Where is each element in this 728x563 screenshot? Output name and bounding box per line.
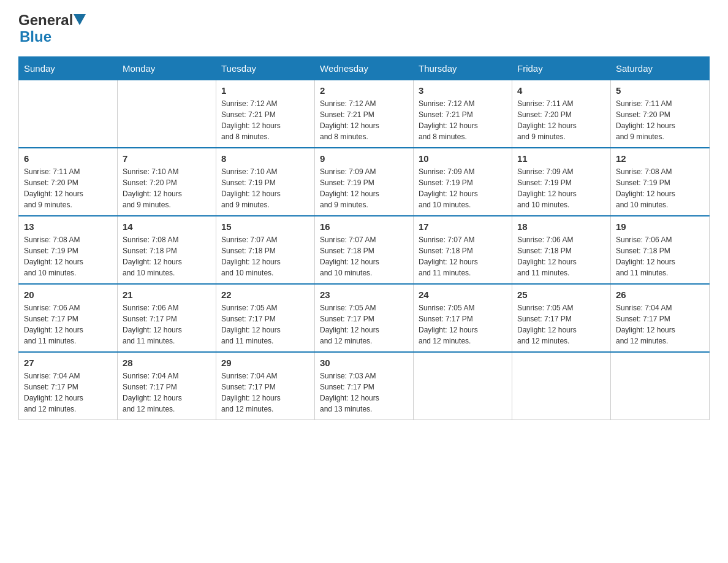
day-info: Sunrise: 7:05 AM Sunset: 7:17 PM Dayligh… bbox=[419, 302, 507, 347]
logo-general: General bbox=[18, 12, 73, 28]
day-cell: 11Sunrise: 7:09 AM Sunset: 7:19 PM Dayli… bbox=[512, 148, 611, 216]
day-info: Sunrise: 7:05 AM Sunset: 7:17 PM Dayligh… bbox=[517, 302, 605, 347]
day-info: Sunrise: 7:11 AM Sunset: 7:20 PM Dayligh… bbox=[517, 98, 605, 142]
logo-blue: Blue bbox=[20, 28, 51, 45]
day-number: 11 bbox=[517, 153, 605, 164]
day-cell: 4Sunrise: 7:11 AM Sunset: 7:20 PM Daylig… bbox=[512, 80, 611, 148]
col-header-sunday: Sunday bbox=[19, 57, 118, 80]
day-info: Sunrise: 7:06 AM Sunset: 7:18 PM Dayligh… bbox=[517, 234, 605, 278]
day-number: 24 bbox=[419, 289, 507, 300]
page-header: General Blue bbox=[18, 12, 710, 45]
day-info: Sunrise: 7:11 AM Sunset: 7:20 PM Dayligh… bbox=[24, 166, 112, 210]
logo-triangle-icon bbox=[74, 14, 86, 26]
day-number: 21 bbox=[123, 289, 211, 300]
day-cell: 17Sunrise: 7:07 AM Sunset: 7:18 PM Dayli… bbox=[414, 216, 512, 284]
day-cell: 15Sunrise: 7:07 AM Sunset: 7:18 PM Dayli… bbox=[216, 216, 315, 284]
day-cell: 2Sunrise: 7:12 AM Sunset: 7:21 PM Daylig… bbox=[315, 80, 414, 148]
day-cell: 21Sunrise: 7:06 AM Sunset: 7:17 PM Dayli… bbox=[118, 284, 216, 352]
day-info: Sunrise: 7:04 AM Sunset: 7:17 PM Dayligh… bbox=[616, 302, 704, 347]
day-cell: 19Sunrise: 7:06 AM Sunset: 7:18 PM Dayli… bbox=[611, 216, 710, 284]
day-number: 19 bbox=[616, 221, 704, 232]
day-number: 25 bbox=[517, 289, 605, 300]
day-cell: 5Sunrise: 7:11 AM Sunset: 7:20 PM Daylig… bbox=[611, 80, 710, 148]
week-row-5: 27Sunrise: 7:04 AM Sunset: 7:17 PM Dayli… bbox=[19, 352, 710, 420]
header-row: SundayMondayTuesdayWednesdayThursdayFrid… bbox=[19, 57, 710, 80]
day-info: Sunrise: 7:11 AM Sunset: 7:20 PM Dayligh… bbox=[616, 98, 704, 142]
day-info: Sunrise: 7:07 AM Sunset: 7:18 PM Dayligh… bbox=[320, 234, 408, 278]
week-row-2: 6Sunrise: 7:11 AM Sunset: 7:20 PM Daylig… bbox=[19, 148, 710, 216]
day-cell: 27Sunrise: 7:04 AM Sunset: 7:17 PM Dayli… bbox=[19, 352, 118, 420]
day-number: 30 bbox=[320, 358, 408, 368]
col-header-monday: Monday bbox=[118, 57, 216, 80]
day-info: Sunrise: 7:09 AM Sunset: 7:19 PM Dayligh… bbox=[320, 166, 408, 210]
day-cell: 26Sunrise: 7:04 AM Sunset: 7:17 PM Dayli… bbox=[611, 284, 710, 352]
week-row-3: 13Sunrise: 7:08 AM Sunset: 7:19 PM Dayli… bbox=[19, 216, 710, 284]
day-cell: 30Sunrise: 7:03 AM Sunset: 7:17 PM Dayli… bbox=[315, 352, 414, 420]
day-cell: 16Sunrise: 7:07 AM Sunset: 7:18 PM Dayli… bbox=[315, 216, 414, 284]
day-number: 5 bbox=[616, 85, 704, 96]
day-number: 16 bbox=[320, 221, 408, 232]
day-cell bbox=[118, 80, 216, 148]
day-info: Sunrise: 7:07 AM Sunset: 7:18 PM Dayligh… bbox=[221, 234, 309, 278]
logo: General Blue bbox=[18, 12, 86, 45]
day-cell: 10Sunrise: 7:09 AM Sunset: 7:19 PM Dayli… bbox=[414, 148, 512, 216]
day-number: 3 bbox=[419, 85, 507, 96]
day-cell: 1Sunrise: 7:12 AM Sunset: 7:21 PM Daylig… bbox=[216, 80, 315, 148]
day-cell: 18Sunrise: 7:06 AM Sunset: 7:18 PM Dayli… bbox=[512, 216, 611, 284]
day-cell: 7Sunrise: 7:10 AM Sunset: 7:20 PM Daylig… bbox=[118, 148, 216, 216]
day-number: 20 bbox=[24, 289, 112, 300]
day-info: Sunrise: 7:08 AM Sunset: 7:19 PM Dayligh… bbox=[616, 166, 704, 210]
col-header-friday: Friday bbox=[512, 57, 611, 80]
day-info: Sunrise: 7:08 AM Sunset: 7:19 PM Dayligh… bbox=[24, 234, 112, 278]
day-cell: 6Sunrise: 7:11 AM Sunset: 7:20 PM Daylig… bbox=[19, 148, 118, 216]
day-number: 1 bbox=[221, 85, 309, 96]
day-number: 10 bbox=[419, 153, 507, 164]
day-info: Sunrise: 7:12 AM Sunset: 7:21 PM Dayligh… bbox=[419, 98, 507, 142]
day-info: Sunrise: 7:04 AM Sunset: 7:17 PM Dayligh… bbox=[123, 370, 211, 415]
day-info: Sunrise: 7:08 AM Sunset: 7:18 PM Dayligh… bbox=[123, 234, 211, 278]
col-header-saturday: Saturday bbox=[611, 57, 710, 80]
day-cell: 22Sunrise: 7:05 AM Sunset: 7:17 PM Dayli… bbox=[216, 284, 315, 352]
day-info: Sunrise: 7:06 AM Sunset: 7:17 PM Dayligh… bbox=[24, 302, 112, 347]
day-info: Sunrise: 7:04 AM Sunset: 7:17 PM Dayligh… bbox=[221, 370, 309, 415]
day-cell: 20Sunrise: 7:06 AM Sunset: 7:17 PM Dayli… bbox=[19, 284, 118, 352]
day-number: 18 bbox=[517, 221, 605, 232]
day-number: 22 bbox=[221, 289, 309, 300]
day-number: 15 bbox=[221, 221, 309, 232]
day-number: 28 bbox=[123, 358, 211, 368]
day-number: 27 bbox=[24, 358, 112, 368]
day-info: Sunrise: 7:09 AM Sunset: 7:19 PM Dayligh… bbox=[517, 166, 605, 210]
day-cell: 28Sunrise: 7:04 AM Sunset: 7:17 PM Dayli… bbox=[118, 352, 216, 420]
day-cell bbox=[414, 352, 512, 420]
day-info: Sunrise: 7:05 AM Sunset: 7:17 PM Dayligh… bbox=[320, 302, 408, 347]
day-info: Sunrise: 7:10 AM Sunset: 7:19 PM Dayligh… bbox=[221, 166, 309, 210]
day-number: 9 bbox=[320, 153, 408, 164]
day-info: Sunrise: 7:09 AM Sunset: 7:19 PM Dayligh… bbox=[419, 166, 507, 210]
day-number: 29 bbox=[221, 358, 309, 368]
day-number: 6 bbox=[24, 153, 112, 164]
day-cell: 13Sunrise: 7:08 AM Sunset: 7:19 PM Dayli… bbox=[19, 216, 118, 284]
day-info: Sunrise: 7:12 AM Sunset: 7:21 PM Dayligh… bbox=[221, 98, 309, 142]
day-number: 12 bbox=[616, 153, 704, 164]
day-info: Sunrise: 7:06 AM Sunset: 7:18 PM Dayligh… bbox=[616, 234, 704, 278]
week-row-4: 20Sunrise: 7:06 AM Sunset: 7:17 PM Dayli… bbox=[19, 284, 710, 352]
day-cell: 25Sunrise: 7:05 AM Sunset: 7:17 PM Dayli… bbox=[512, 284, 611, 352]
day-number: 14 bbox=[123, 221, 211, 232]
day-cell bbox=[611, 352, 710, 420]
day-info: Sunrise: 7:04 AM Sunset: 7:17 PM Dayligh… bbox=[24, 370, 112, 415]
day-info: Sunrise: 7:05 AM Sunset: 7:17 PM Dayligh… bbox=[221, 302, 309, 347]
day-number: 17 bbox=[419, 221, 507, 232]
week-row-1: 1Sunrise: 7:12 AM Sunset: 7:21 PM Daylig… bbox=[19, 80, 710, 148]
day-number: 7 bbox=[123, 153, 211, 164]
day-number: 2 bbox=[320, 85, 408, 96]
day-number: 8 bbox=[221, 153, 309, 164]
col-header-thursday: Thursday bbox=[414, 57, 512, 80]
day-info: Sunrise: 7:07 AM Sunset: 7:18 PM Dayligh… bbox=[419, 234, 507, 278]
col-header-tuesday: Tuesday bbox=[216, 57, 315, 80]
day-cell: 23Sunrise: 7:05 AM Sunset: 7:17 PM Dayli… bbox=[315, 284, 414, 352]
day-info: Sunrise: 7:10 AM Sunset: 7:20 PM Dayligh… bbox=[123, 166, 211, 210]
day-cell: 29Sunrise: 7:04 AM Sunset: 7:17 PM Dayli… bbox=[216, 352, 315, 420]
day-info: Sunrise: 7:03 AM Sunset: 7:17 PM Dayligh… bbox=[320, 370, 408, 415]
day-number: 13 bbox=[24, 221, 112, 232]
day-number: 4 bbox=[517, 85, 605, 96]
